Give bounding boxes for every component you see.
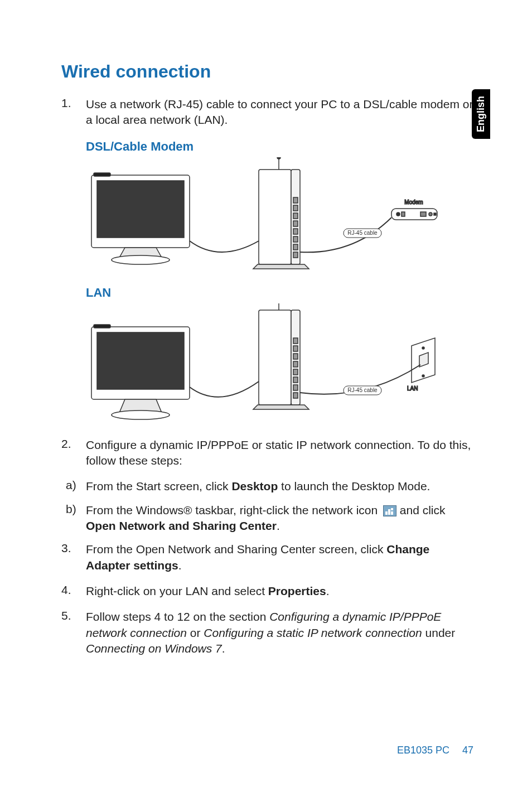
step-4-text: Right-click on your LAN and select Prope… <box>86 583 476 599</box>
substep-a: a) From the Start screen, click Desktop … <box>66 479 476 494</box>
svg-rect-9 <box>293 205 298 211</box>
svg-rect-34 <box>293 361 298 367</box>
svg-rect-25 <box>94 325 110 328</box>
svg-rect-11 <box>293 221 298 226</box>
svg-rect-1 <box>97 181 184 238</box>
instruction-list-cont: Configure a dynamic IP/PPPoE or static I… <box>61 437 476 469</box>
dsl-modem-heading: DSL/Cable Modem <box>86 139 476 154</box>
svg-rect-27 <box>259 310 291 405</box>
step-1-text: Use a network (RJ-45) cable to connect y… <box>86 96 476 128</box>
instruction-list-cont2: From the Open Network and Sharing Center… <box>61 542 476 656</box>
svg-rect-13 <box>293 236 298 242</box>
page-footer: EB1035 PC 47 <box>397 745 473 756</box>
svg-rect-12 <box>293 229 298 234</box>
substep-a-text: From the Start screen, click Desktop to … <box>86 479 476 494</box>
step-3: From the Open Network and Sharing Center… <box>61 542 476 573</box>
lan-port-label: LAN <box>407 385 418 392</box>
substep-a-marker: a) <box>66 479 86 494</box>
svg-rect-18 <box>402 212 405 216</box>
svg-point-26 <box>112 410 170 419</box>
svg-rect-21 <box>434 213 436 215</box>
svg-point-3 <box>112 255 170 264</box>
modem-label: Modem <box>404 199 423 205</box>
svg-point-39 <box>422 347 424 349</box>
svg-rect-2 <box>94 173 110 176</box>
language-tab: English <box>472 89 490 139</box>
substep-b-marker: b) <box>66 503 86 534</box>
instruction-list: Use a network (RJ-45) cable to connect y… <box>61 96 476 128</box>
svg-rect-4 <box>259 170 291 264</box>
svg-rect-10 <box>293 213 298 219</box>
lan-heading: LAN <box>86 286 476 300</box>
step-4: Right-click on your LAN and select Prope… <box>61 583 476 599</box>
section-heading: Wired connection <box>61 61 476 82</box>
rj45-label-1: RJ-45 cable <box>347 230 378 236</box>
step-5-text: Follow steps 4 to 12 on the section Conf… <box>86 609 476 656</box>
svg-rect-31 <box>293 338 298 344</box>
svg-rect-15 <box>293 252 298 258</box>
step-1: Use a network (RJ-45) cable to connect y… <box>61 96 476 128</box>
svg-rect-33 <box>293 354 298 359</box>
substep-list: a) From the Start screen, click Desktop … <box>66 479 476 534</box>
svg-point-17 <box>396 212 400 216</box>
svg-rect-37 <box>293 385 298 390</box>
dsl-diagram-svg: Modem RJ-45 cable <box>86 157 443 274</box>
svg-rect-32 <box>293 346 298 351</box>
svg-rect-38 <box>293 393 298 398</box>
svg-rect-35 <box>293 369 298 375</box>
step-2-text: Configure a dynamic IP/PPPoE or static I… <box>86 437 476 469</box>
svg-point-40 <box>422 375 424 377</box>
svg-rect-24 <box>97 332 184 389</box>
substep-b-text: From the Windows® taskbar, right-click t… <box>86 503 476 534</box>
svg-rect-36 <box>293 377 298 383</box>
lan-diagram-svg: LAN RJ-45 cable <box>86 303 443 432</box>
svg-point-7 <box>277 157 280 159</box>
substep-b-before: From the Windows® taskbar, right-click t… <box>86 504 381 516</box>
step-2: Configure a dynamic IP/PPPoE or static I… <box>61 437 476 469</box>
lan-diagram: LAN RJ-45 cable <box>86 303 476 432</box>
step-3-text: From the Open Network and Sharing Center… <box>86 542 476 573</box>
substep-b: b) From the Windows® taskbar, right-clic… <box>66 503 476 534</box>
svg-rect-14 <box>293 244 298 250</box>
svg-rect-8 <box>293 197 298 203</box>
svg-point-19 <box>429 212 432 216</box>
step-5: Follow steps 4 to 12 on the section Conf… <box>61 609 476 656</box>
footer-model: EB1035 PC <box>397 745 449 756</box>
svg-rect-20 <box>420 212 426 216</box>
footer-page-number: 47 <box>462 745 473 756</box>
dsl-modem-diagram: Modem RJ-45 cable <box>86 157 476 274</box>
rj45-label-2: RJ-45 cable <box>347 387 378 393</box>
network-icon <box>383 505 396 516</box>
